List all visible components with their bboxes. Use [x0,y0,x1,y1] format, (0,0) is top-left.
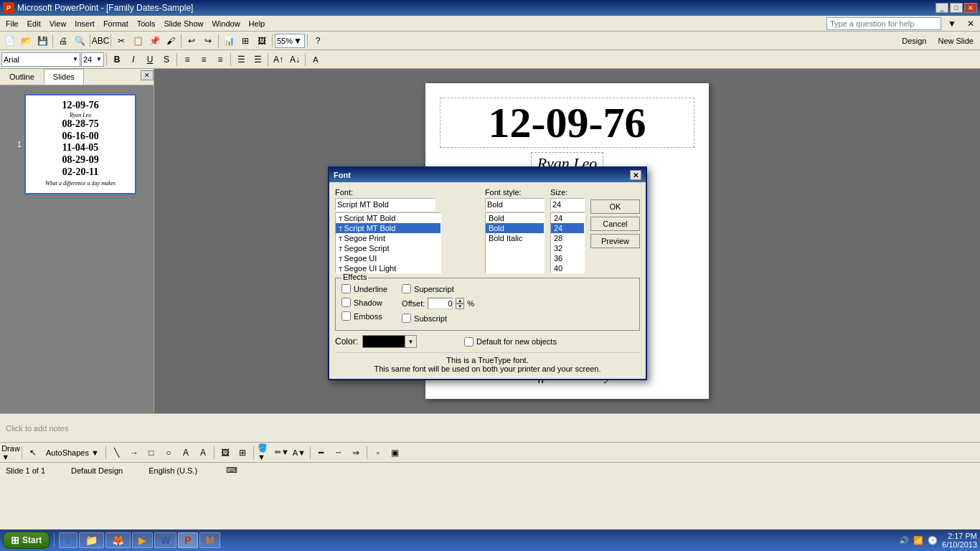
style-item-3[interactable]: Bold Italic [486,233,544,243]
paste-button[interactable]: 📌 [146,33,162,49]
numbering-button[interactable]: ☰ [250,52,265,67]
redo-button[interactable]: ↪ [200,33,216,49]
spell-button[interactable]: ABC [93,33,108,49]
font-list-item-3[interactable]: TSegoe Script [336,243,440,253]
new-slide-button[interactable]: New Slide [933,33,979,49]
start-button[interactable]: ⊞ Start [3,532,50,549]
offset-up-btn[interactable]: ▲ [456,298,464,303]
font-listbox[interactable]: TScript MT Bold TScript MT Bold TSegoe P… [335,212,441,273]
menu-format[interactable]: Format [99,18,133,29]
copy-button[interactable]: 📋 [130,33,146,49]
new-button[interactable]: 📄 [1,33,17,49]
help-icon[interactable]: ✕ [963,16,979,32]
subscript-checkbox[interactable] [402,314,411,323]
open-button[interactable]: 📂 [18,33,34,49]
font-input[interactable] [335,198,435,211]
size-item-3[interactable]: 28 [551,233,584,243]
save-button[interactable]: 💾 [34,33,50,49]
arrow-style-btn[interactable]: ⇒ [348,445,364,461]
font-preview-button[interactable]: Preview [590,234,640,248]
menu-window[interactable]: Window [207,18,244,29]
style-item-selected[interactable]: Bold [486,223,544,233]
notes-area[interactable]: Click to add notes [0,413,980,442]
shadow-button[interactable]: S [159,52,174,67]
align-right-button[interactable]: ≡ [212,52,228,67]
menu-help[interactable]: Help [245,18,270,29]
org-chart-btn[interactable]: ⊞ [235,445,250,461]
tab-slides[interactable]: Slides [44,69,84,85]
format-painter-button[interactable]: 🖌 [163,33,179,49]
superscript-checkbox[interactable] [402,284,411,293]
emboss-checkbox[interactable] [341,311,351,321]
underline-button[interactable]: U [142,52,158,67]
font-list-item-selected[interactable]: TScript MT Bold [336,223,440,233]
line-style-btn[interactable]: ━ [314,445,329,461]
color-swatch[interactable] [362,335,405,348]
font-selector[interactable]: Arial ▼ [1,52,80,67]
font-color-tb-btn[interactable]: A▼ [291,445,307,461]
fill-color-btn[interactable]: 🪣▼ [257,445,273,461]
menu-file[interactable]: File [1,18,23,29]
font-list-item-2[interactable]: TSegoe Print [336,233,440,243]
font-list-item[interactable]: TScript MT Bold [336,213,440,223]
size-dropdown-arrow[interactable]: ▼ [96,56,102,62]
print-button[interactable]: 🖨 [55,33,71,49]
size-item-6[interactable]: 40 [551,263,584,273]
taskbar-firefox[interactable]: 🦊 [105,532,131,548]
slide-thumbnail[interactable]: 12-09-76 Ryan Leo 08-28-75 06-16-00 11-0… [24,94,136,194]
insert-chart-button[interactable]: 📊 [221,33,237,49]
autoshapes-btn[interactable]: AutoShapes ▼ [42,445,103,461]
style-listbox[interactable]: Bold Bold Bold Italic [485,212,545,273]
rect-tool[interactable]: □ [143,445,159,461]
draw-menu-btn[interactable]: Draw ▼ [3,445,19,461]
bold-button[interactable]: B [109,52,125,67]
size-item-5[interactable]: 36 [551,253,584,263]
font-size-selector[interactable]: 24 ▼ [81,52,104,67]
insert-table-button[interactable]: ⊞ [237,33,253,49]
arrow-tool[interactable]: → [126,445,142,461]
oval-tool[interactable]: ○ [161,445,176,461]
shadow-checkbox[interactable] [341,298,351,307]
insert-picture-button[interactable]: 🖼 [254,33,270,49]
taskbar-ppt[interactable]: P [178,532,197,548]
decrease-font-button[interactable]: A↓ [287,52,303,67]
taskbar-app6[interactable]: M [199,532,221,548]
align-left-button[interactable]: ≡ [179,52,195,67]
size-item-selected[interactable]: 24 [551,223,584,233]
slide-thumbnail-area[interactable]: 1 12-09-76 Ryan Leo 08-28-75 06-16-00 11… [0,85,154,413]
line-tool[interactable]: ╲ [109,445,125,461]
font-dialog-close-button[interactable]: ✕ [630,170,641,180]
menu-slideshow[interactable]: Slide Show [159,18,207,29]
increase-font-button[interactable]: A↑ [270,52,286,67]
help-search-input[interactable] [826,17,941,30]
offset-input[interactable] [428,298,453,309]
bullets-button[interactable]: ☰ [233,52,249,67]
textbox-tool[interactable]: A [178,445,194,461]
size-listbox[interactable]: 24 24 28 32 36 40 [550,212,585,273]
font-list-item-5[interactable]: TSegoe UI Light [336,263,440,273]
default-checkbox[interactable] [464,337,473,347]
font-list-item-4[interactable]: TSegoe UI [336,253,440,263]
design-button[interactable]: Design [897,33,931,49]
offset-down-btn[interactable]: ▼ [456,303,464,309]
cut-button[interactable]: ✂ [113,33,129,49]
italic-button[interactable]: I [126,52,141,67]
taskbar-ie[interactable]: e [59,532,77,548]
menu-tools[interactable]: Tools [133,18,160,29]
line-color-btn[interactable]: ✏▼ [274,445,290,461]
close-button[interactable]: ✕ [964,3,977,13]
menu-view[interactable]: View [45,18,71,29]
wordart-tool[interactable]: A [195,445,211,461]
help-dropdown-btn[interactable]: ▼ [944,16,960,32]
panel-close-button[interactable]: ✕ [141,70,154,80]
restore-button[interactable]: □ [950,3,963,13]
taskbar-explorer[interactable]: 📁 [79,532,104,548]
undo-button[interactable]: ↩ [184,33,199,49]
font-dropdown-arrow[interactable]: ▼ [72,56,78,62]
zoom-dropdown-btn[interactable]: ▼ [293,33,303,49]
taskbar-media[interactable]: ▶ [132,532,153,548]
font-color-button[interactable]: A [308,52,324,67]
size-item-1[interactable]: 24 [551,213,584,223]
size-input[interactable] [550,198,585,211]
shadow-style-btn[interactable]: ▫ [370,445,386,461]
